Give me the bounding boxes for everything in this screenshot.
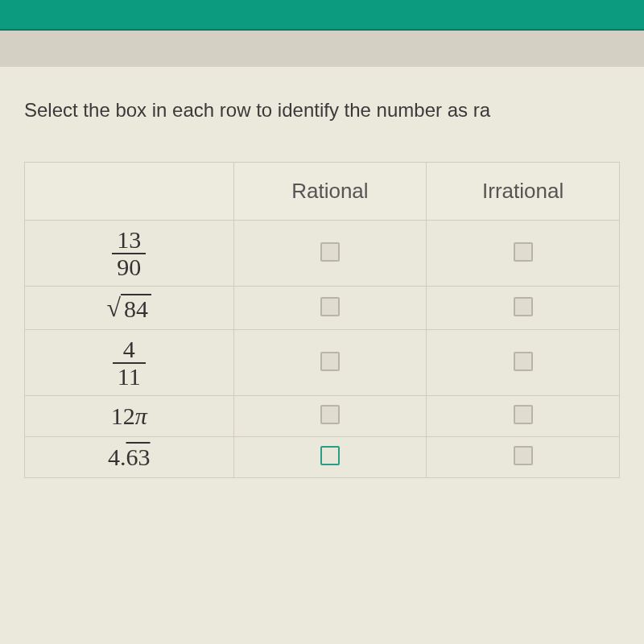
pi-coefficient: 12	[111, 402, 135, 429]
number-cell-3: 4 11	[25, 330, 234, 396]
checkbox-irrational-3[interactable]	[514, 352, 533, 371]
checkbox-irrational-1[interactable]	[514, 242, 533, 262]
fraction-numerator: 4	[113, 336, 146, 364]
question-prompt: Select the box in each row to identify t…	[24, 99, 620, 122]
fraction-numerator: 13	[112, 227, 146, 254]
fraction-1: 13 90	[112, 227, 146, 279]
fraction-denominator: 11	[113, 364, 146, 390]
checkbox-irrational-4[interactable]	[514, 405, 533, 424]
checkbox-rational-5[interactable]	[320, 446, 340, 465]
sqrt-radicand: 84	[121, 294, 151, 323]
table-row: 12π	[25, 396, 620, 437]
rational-cell-1	[233, 221, 427, 287]
classification-table: Rational Irrational 13 90	[24, 162, 620, 478]
number-cell-5: 4.63	[25, 437, 234, 478]
header-irrational: Irrational	[427, 163, 620, 221]
irrational-cell-3	[427, 330, 620, 396]
content-area: Select the box in each row to identify t…	[0, 67, 644, 644]
rational-cell-2	[233, 287, 427, 330]
app-header-bar	[0, 0, 644, 31]
irrational-cell-5	[427, 437, 620, 478]
irrational-cell-4	[427, 396, 620, 437]
table-row: 4.63	[25, 437, 620, 478]
checkbox-rational-1[interactable]	[320, 242, 340, 262]
rational-cell-4	[233, 396, 427, 437]
rational-cell-3	[233, 330, 427, 396]
header-rational: Rational	[233, 163, 427, 221]
number-cell-4: 12π	[25, 396, 234, 437]
decimal-repeating: 63	[126, 444, 151, 470]
sqrt-symbol: √	[107, 293, 122, 323]
table-header-row: Rational Irrational	[25, 163, 620, 221]
fraction-denominator: 90	[112, 254, 146, 280]
checkbox-rational-2[interactable]	[320, 297, 340, 316]
irrational-cell-2	[427, 287, 620, 330]
pi-symbol: π	[135, 402, 147, 429]
table-row: 4 11	[25, 330, 620, 396]
checkbox-irrational-5[interactable]	[514, 446, 533, 465]
number-cell-2: √ 84	[25, 287, 234, 330]
decimal-whole: 4.	[108, 444, 126, 470]
classification-table-wrap: Rational Irrational 13 90	[24, 162, 620, 478]
checkbox-rational-3[interactable]	[320, 352, 340, 371]
rational-cell-5	[233, 437, 427, 478]
table-row: 13 90	[25, 221, 620, 287]
checkbox-irrational-2[interactable]	[514, 297, 533, 316]
spacer-area	[0, 31, 644, 67]
checkbox-rational-4[interactable]	[320, 405, 340, 424]
header-blank	[25, 163, 234, 221]
table-row: √ 84	[25, 287, 620, 330]
number-cell-1: 13 90	[25, 221, 234, 287]
sqrt-expression: √ 84	[107, 293, 152, 323]
irrational-cell-1	[427, 221, 620, 287]
fraction-2: 4 11	[113, 336, 146, 389]
